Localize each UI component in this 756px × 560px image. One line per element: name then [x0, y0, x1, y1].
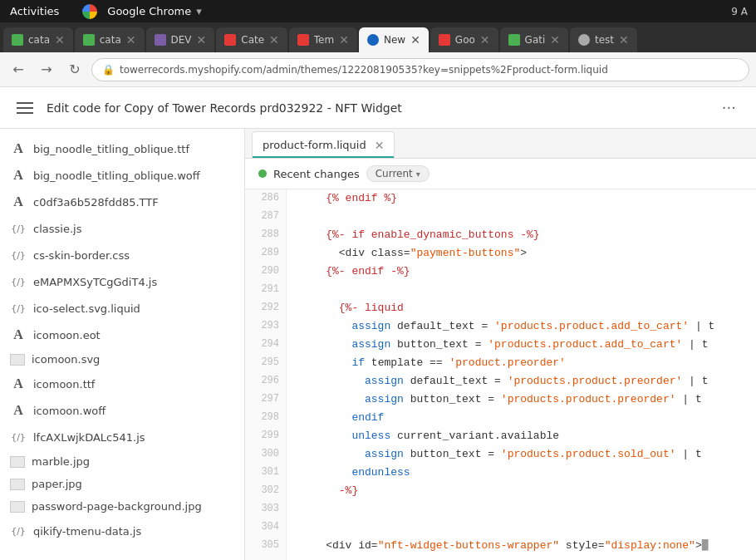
forward-button[interactable]: →	[35, 58, 58, 81]
address-bar[interactable]: 🔒 towerrecords.myshopify.com/admin/theme…	[91, 58, 749, 81]
font-item-icon: A	[10, 140, 27, 157]
sidebar-toggle-button[interactable]	[13, 96, 37, 120]
sidebar-item-label: c0df3a6b528fdd85.TTF	[33, 196, 159, 209]
sidebar-item[interactable]: icomoon.svg	[0, 348, 244, 371]
tab-cate[interactable]: Cate ✕	[216, 27, 287, 52]
lock-icon: 🔒	[102, 64, 115, 76]
editor-tab-product-form[interactable]: product-form.liquid ✕	[252, 131, 395, 158]
sidebar-item[interactable]: {/}cs-skin-border.css	[0, 242, 244, 268]
tab-favicon-new	[367, 34, 379, 46]
font-item-icon: A	[10, 376, 27, 392]
line-number: 299	[252, 427, 279, 445]
code-item-icon: {/}	[10, 429, 27, 445]
sidebar-item-label: icomoon.eot	[33, 329, 101, 341]
browser-nav-bar: ← → ↻ 🔒 towerrecords.myshopify.com/admin…	[0, 52, 756, 87]
sidebar-item[interactable]: paper.jpg	[0, 473, 244, 495]
tab-close-test[interactable]: ✕	[619, 33, 629, 47]
recent-changes-label: Recent changes	[273, 168, 360, 180]
current-badge-button[interactable]: Current ▾	[366, 165, 430, 182]
editor-tab-close-icon[interactable]: ✕	[375, 139, 385, 152]
sidebar-item[interactable]: {/}ico-select.svg.liquid	[0, 295, 244, 322]
sidebar-item[interactable]: {/}qikify-tmenu-data.js	[0, 518, 244, 544]
tab-favicon-goo	[439, 34, 450, 46]
tab-favicon-cata2	[83, 34, 95, 46]
editor-area: product-form.liquid ✕ Recent changes Cur…	[245, 129, 756, 560]
code-line: assign button_text = 'products.product.p…	[300, 391, 743, 409]
recent-dot-icon	[258, 169, 267, 178]
sidebar-item[interactable]: {/}classie.js	[0, 215, 244, 242]
browser-tab-bar: cata ✕ cata ✕ DEV ✕ Cate ✕ Tem ✕ New ✕ G…	[0, 22, 756, 52]
line-number: 295	[252, 354, 279, 372]
tab-close-tem[interactable]: ✕	[339, 33, 349, 47]
line-number: 297	[252, 391, 279, 409]
chrome-title-group: Google Chrome ▾	[82, 4, 202, 19]
sidebar-item[interactable]: {/}eMAP​MXSyTCgGdiT4.js	[0, 268, 244, 295]
tab-goo[interactable]: Goo ✕	[430, 27, 498, 52]
sidebar-item-label: cs-skin-border.css	[33, 249, 130, 262]
sidebar-item[interactable]: Aicomoon.eot	[0, 322, 244, 348]
app-title-label: Edit code for Copy of Tower Records prd0…	[47, 101, 705, 115]
line-number: 296	[252, 372, 279, 391]
code-content-area[interactable]: {% endif %} {%- if enable_dynamic_button…	[287, 189, 756, 560]
tab-label-new: New	[384, 34, 405, 46]
svg-rect-1	[17, 107, 33, 109]
sidebar-item[interactable]: Aicomoon.ttf	[0, 371, 244, 397]
sidebar-item-label: ico-select.svg.liquid	[33, 302, 140, 315]
back-button[interactable]: ←	[7, 58, 30, 81]
top-bar: Activities Google Chrome ▾ 9 A	[0, 0, 756, 22]
tab-close-goo[interactable]: ✕	[480, 33, 490, 47]
more-options-button[interactable]: ···	[715, 96, 743, 120]
tab-close-cata2[interactable]: ✕	[126, 33, 136, 47]
tab-close-cate[interactable]: ✕	[269, 33, 279, 47]
chrome-logo-icon	[82, 4, 97, 19]
tab-dev[interactable]: DEV ✕	[146, 27, 215, 52]
font-item-icon: A	[10, 167, 27, 184]
sidebar-item-label: big_noodle_titling_oblique.woff	[33, 169, 200, 182]
chrome-dropdown-icon[interactable]: ▾	[196, 5, 202, 17]
chevron-down-icon: ▾	[416, 169, 420, 179]
tab-test[interactable]: test ✕	[570, 27, 637, 52]
line-number: 288	[252, 226, 279, 244]
code-line	[300, 281, 743, 299]
code-line: assign button_text = 'products.product.a…	[300, 336, 743, 354]
tab-favicon-test	[578, 34, 590, 46]
sidebar-item[interactable]: Ac0df3a6b528fdd85.TTF	[0, 189, 244, 215]
tab-new[interactable]: New ✕	[359, 27, 429, 52]
sidebar-item[interactable]: Abig_noodle_titling_oblique.ttf	[0, 135, 244, 162]
code-item-icon: {/}	[10, 247, 27, 263]
sidebar-item[interactable]: {/}lfcAXLwjkDALc541.js	[0, 424, 244, 450]
tab-close-dev[interactable]: ✕	[197, 33, 207, 47]
reload-button[interactable]: ↻	[63, 58, 86, 81]
tab-close-gati[interactable]: ✕	[550, 33, 560, 47]
activities-button[interactable]: Activities	[0, 0, 69, 22]
sidebar-item[interactable]: password-page-background.jpg	[0, 495, 244, 518]
tab-tem[interactable]: Tem ✕	[289, 27, 357, 52]
code-line: endif	[300, 409, 743, 427]
font-item-icon: A	[10, 402, 27, 419]
line-number: 301	[252, 464, 279, 482]
code-item-icon: {/}	[10, 273, 27, 290]
editor-tab-bar: product-form.liquid ✕	[245, 129, 756, 159]
line-number: 298	[252, 409, 279, 427]
tab-label-cata1: cata	[28, 34, 50, 46]
code-line: <div id="nft-widget-buttons-wrapper" sty…	[300, 537, 743, 555]
tab-close-new[interactable]: ✕	[410, 33, 420, 47]
sidebar-item-label: icomoon.woff	[33, 405, 106, 417]
tab-favicon-cate	[224, 34, 236, 46]
code-editor[interactable]: 2862872882892902912922932942952962972982…	[245, 189, 756, 560]
tab-cata1[interactable]: cata ✕	[3, 27, 73, 52]
tab-gati[interactable]: Gati ✕	[500, 27, 568, 52]
line-number: 294	[252, 336, 279, 354]
line-numbers-gutter: 2862872882892902912922932942952962972982…	[245, 189, 287, 560]
code-line	[300, 500, 743, 518]
code-item-icon: {/}	[10, 300, 27, 317]
sidebar-item[interactable]: marble.jpg	[0, 450, 244, 473]
tab-cata2[interactable]: cata ✕	[75, 27, 145, 52]
tab-label-cate: Cate	[241, 34, 264, 46]
sidebar-item-label: icomoon.svg	[32, 353, 100, 366]
code-line: <div class="payment-buttons">	[300, 244, 743, 263]
sidebar-item[interactable]: Aicomoon.woff	[0, 397, 244, 424]
tab-close-cata1[interactable]: ✕	[55, 33, 65, 47]
code-line: endunless	[300, 464, 743, 482]
sidebar-item[interactable]: Abig_noodle_titling_oblique.woff	[0, 162, 244, 189]
